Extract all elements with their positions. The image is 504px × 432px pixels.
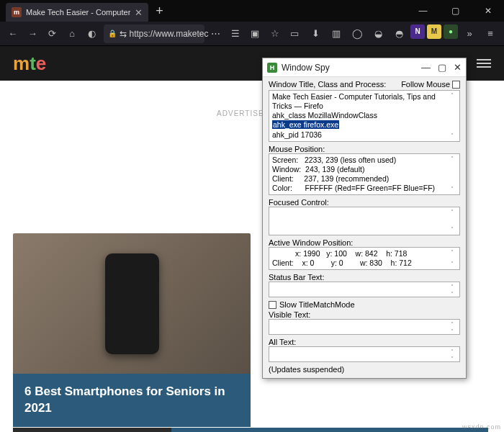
menu-icon[interactable]: ≡ (481, 24, 500, 43)
home-icon[interactable]: ⌂ (64, 24, 81, 43)
focused-control-box[interactable]: ˄˅ (269, 207, 460, 235)
logo-m: m (13, 53, 30, 74)
shield-icon[interactable]: ◐ (84, 24, 101, 43)
info-line: Make Tech Easier - Computer Tutorials, T… (272, 92, 456, 111)
site-logo[interactable]: mte (13, 53, 46, 75)
section-label: Status Bar Text: (269, 273, 460, 282)
article-title: 6 Best Smartphones for Seniors in 2021 (13, 374, 251, 427)
scroll-indicator[interactable]: ˄˅ (451, 249, 458, 268)
overflow-icon[interactable]: » (460, 24, 479, 43)
section-label: Active Window Position: (269, 238, 460, 247)
info-line: Client: 237, 139 (recommended) (272, 174, 456, 184)
url-bar[interactable]: 🔒 ⇆ https://www.maketec (104, 24, 204, 43)
info-line: Color: FFFFFF (Red=FF Green=FF Blue=FF) (272, 184, 456, 193)
hamburger-icon[interactable] (477, 59, 491, 68)
slow-title-match-checkbox[interactable]: Slow TitleMatchMode (269, 300, 460, 309)
extension-icon[interactable]: ◒ (369, 24, 387, 43)
new-tab-button[interactable]: + (148, 4, 171, 19)
maximize-button[interactable]: ▢ (438, 62, 446, 73)
permissions-icon: ⇆ (120, 29, 127, 39)
close-button[interactable]: ✕ (454, 62, 462, 73)
tab-favicon: m (12, 7, 22, 17)
url-text: https://www.maketec (130, 29, 209, 39)
info-line: x: 1990 y: 100 w: 842 h: 718 (272, 249, 456, 258)
scroll-indicator[interactable]: ˄˅ (451, 321, 458, 333)
info-line: ahk_pid 17036 (272, 130, 456, 140)
checkbox-icon[interactable] (269, 301, 276, 309)
window-minimize-button[interactable]: — (407, 0, 439, 22)
extension-icon[interactable]: ◓ (390, 24, 408, 43)
back-icon[interactable]: ← (4, 24, 22, 43)
window-maximize-button[interactable]: ▢ (439, 0, 472, 22)
scroll-indicator[interactable]: ˄˅ (451, 284, 458, 295)
meatball-icon[interactable]: ⋯ (207, 24, 225, 43)
checkbox-label: Follow Mouse (401, 80, 450, 89)
info-line: Client: x: 0 y: 0 w: 830 h: 712 (272, 258, 456, 268)
info-line: ahk_class MozillaWindowClass (272, 111, 456, 120)
checkbox-label: Slow TitleMatchMode (279, 300, 355, 309)
minimize-button[interactable]: — (421, 62, 431, 73)
app-icon: H (267, 63, 277, 73)
reload-icon[interactable]: ⟳ (44, 24, 61, 43)
section-label: Focused Control: (269, 198, 460, 207)
article-card[interactable]: 10 Best Compression Tools for Linux (13, 428, 488, 432)
checkbox-icon[interactable] (452, 81, 460, 89)
section-label: Visible Text: (269, 310, 460, 319)
scroll-indicator[interactable]: ˄˅ (451, 92, 458, 140)
extension-icon[interactable]: M (427, 24, 441, 39)
article-title: 10 Best Compression Tools for Linux (171, 428, 488, 432)
window-info-box[interactable]: Make Tech Easier - Computer Tutorials, T… (269, 90, 460, 142)
scroll-indicator[interactable]: ˄˅ (451, 348, 458, 360)
watermark: wsxdn.com (462, 423, 501, 431)
extension-icon[interactable]: ● (444, 24, 458, 39)
all-text-box[interactable]: ˄˅ (269, 346, 460, 362)
window-close-button[interactable]: ✕ (472, 0, 504, 22)
library-icon[interactable]: ▥ (327, 24, 346, 43)
lock-icon: 🔒 (108, 30, 117, 37)
logo-e: e (36, 53, 46, 74)
section-label: Window Title, Class and Process: (269, 80, 386, 89)
scroll-indicator[interactable]: ˄˅ (451, 156, 458, 194)
pocket-icon[interactable]: ▣ (247, 24, 264, 43)
section-label: Mouse Position: (269, 145, 460, 153)
logo-t: t (30, 53, 36, 74)
screenshot-icon[interactable]: ▭ (287, 24, 304, 43)
bookmark-icon[interactable]: ☆ (266, 24, 284, 43)
dialog-titlebar[interactable]: H Window Spy — ▢ ✕ (263, 58, 466, 77)
tab-title: Make Tech Easier - Computer (26, 8, 130, 17)
dialog-title: Window Spy (282, 63, 330, 73)
forward-icon[interactable]: → (24, 24, 42, 43)
browser-tab[interactable]: m Make Tech Easier - Computer ✕ (6, 3, 148, 22)
sync-icon[interactable]: ◯ (348, 24, 366, 43)
extension-icon[interactable]: N (410, 24, 425, 39)
info-line: Screen: 2233, 239 (less often used) (272, 156, 456, 165)
reader-icon[interactable]: ☰ (227, 24, 244, 43)
section-label: All Text: (269, 338, 460, 346)
scroll-indicator[interactable]: ˄˅ (451, 209, 458, 233)
browser-titlebar: m Make Tech Easier - Computer ✕ + — ▢ ✕ (0, 0, 504, 22)
close-icon[interactable]: ✕ (135, 7, 143, 18)
article-card[interactable]: 6 Best Smartphones for Seniors in 2021 (13, 233, 251, 427)
follow-mouse-checkbox[interactable]: Follow Mouse (401, 80, 460, 89)
browser-toolbar: ← → ⟳ ⌂ ◐ 🔒 ⇆ https://www.maketec ⋯ ☰ ▣ … (0, 22, 504, 46)
mouse-position-box[interactable]: Screen: 2233, 239 (less often used) Wind… (269, 153, 460, 196)
article-image (13, 233, 251, 374)
window-spy-dialog: H Window Spy — ▢ ✕ Window Title, Class a… (262, 58, 467, 379)
article-image (13, 428, 171, 432)
status-bar-text-box[interactable]: ˄˅ (269, 282, 460, 297)
active-window-box[interactable]: x: 1990 y: 100 w: 842 h: 718 Client: x: … (269, 247, 460, 270)
updates-suspended-label: (Updates suspended) (269, 365, 460, 374)
info-line: Window: 243, 139 (default) (272, 165, 456, 174)
info-line: ahk_exe firefox.exe (272, 120, 456, 130)
download-icon[interactable]: ⬇ (306, 24, 325, 43)
visible-text-box[interactable]: ˄˅ (269, 319, 460, 335)
